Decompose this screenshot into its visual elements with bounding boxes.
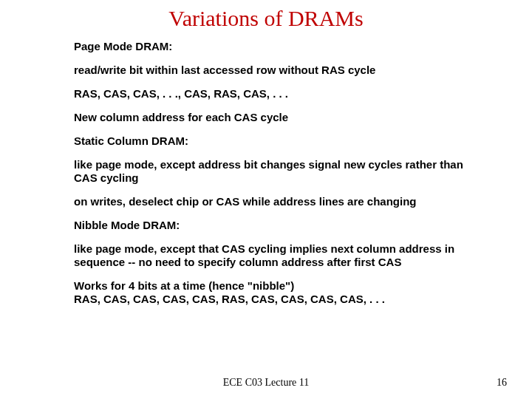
static-col-line2: on writes, deselect chip or CAS while ad… (74, 195, 488, 208)
footer-page-number: 16 (497, 377, 507, 389)
page-mode-line2: RAS, CAS, CAS, . . ., CAS, RAS, CAS, . .… (74, 87, 488, 100)
nibble-heading: Nibble Mode DRAM: (74, 219, 488, 232)
static-col-heading: Static Column DRAM: (74, 134, 488, 148)
nibble-line2: Works for 4 bits at a time (hence "nibbl… (74, 279, 488, 293)
slide-body: Page Mode DRAM: read/write bit within la… (74, 40, 488, 316)
static-col-line1: like page mode, except address bit chang… (74, 158, 488, 185)
nibble-line3: RAS, CAS, CAS, CAS, CAS, RAS, CAS, CAS, … (74, 293, 488, 306)
footer-center: ECE C03 Lecture 11 (0, 377, 532, 389)
page-mode-line1: read/write bit within last accessed row … (74, 64, 488, 77)
page-mode-line3: New column address for each CAS cycle (74, 111, 488, 124)
page-mode-heading: Page Mode DRAM: (74, 40, 488, 53)
nibble-line1: like page mode, except that CAS cycling … (74, 242, 488, 269)
slide-title: Variations of DRAMs (0, 6, 532, 31)
slide: Variations of DRAMs Page Mode DRAM: read… (0, 0, 532, 399)
